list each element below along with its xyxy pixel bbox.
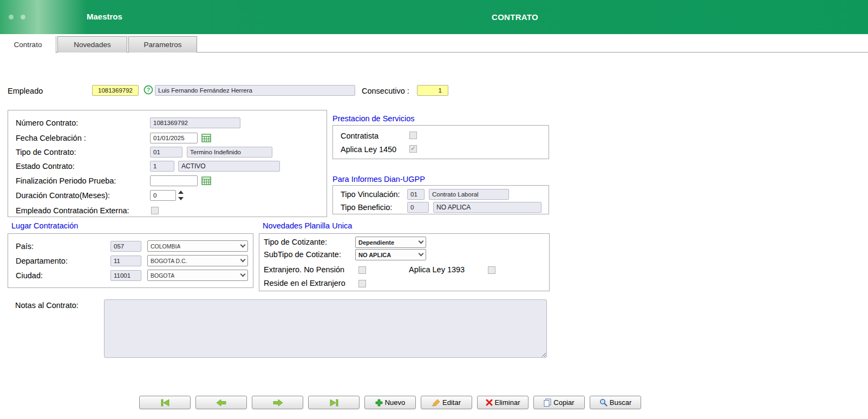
tab-novedades[interactable]: Novedades [57, 36, 127, 53]
notas-textarea[interactable] [104, 299, 547, 358]
pais-selected-value: COLOMBIA [151, 243, 180, 250]
tipo-contrato-label: Tipo de Contrato: [16, 147, 76, 158]
calendar-icon[interactable] [201, 176, 212, 186]
editar-button-label: Editar [442, 398, 461, 407]
tab-contrato[interactable]: Contrato [0, 36, 56, 53]
tab-label: Contrato [14, 41, 42, 49]
departamento-selected-value: BOGOTA D.C. [151, 258, 187, 264]
duracion-contrato-label: Duración Contrato(Meses): [16, 191, 110, 201]
last-record-button[interactable] [308, 396, 360, 409]
tipo-cotizante-label: Tipo de Cotizante: [264, 237, 327, 247]
departamento-select[interactable]: BOGOTA D.C. [147, 255, 248, 266]
estado-contrato-desc-field[interactable]: ACTIVO [178, 161, 280, 172]
chevron-down-icon [240, 243, 246, 248]
app-header: Maestros CONTRATO [0, 0, 868, 34]
spinner-down-icon[interactable] [178, 197, 184, 200]
tipo-vinculacion-code-field[interactable]: 01 [407, 189, 425, 200]
duracion-contrato-field[interactable]: 0 [150, 190, 176, 201]
departamento-label: Departamento: [16, 256, 68, 266]
nuevo-button-label: Nuevo [385, 398, 406, 407]
plus-icon [375, 399, 383, 407]
eliminar-button[interactable]: Eliminar [477, 396, 528, 409]
tipo-cotizante-selected-value: Dependiente [358, 239, 394, 246]
departamento-code-field[interactable]: 11 [110, 256, 141, 266]
subtipo-cotizante-selected-value: NO APLICA [358, 252, 391, 258]
finalizacion-prueba-field[interactable] [150, 175, 198, 186]
tab-label: Parametros [144, 41, 182, 49]
copiar-button-label: Copiar [553, 398, 574, 407]
eliminar-button-label: Eliminar [495, 398, 520, 407]
chevron-down-icon [240, 272, 246, 277]
empleado-code-field[interactable]: 1081369792 [92, 85, 139, 96]
aplica-ley-1393-checkbox[interactable] [488, 266, 495, 274]
tipo-cotizante-select[interactable]: Dependiente [355, 237, 426, 248]
subtipo-cotizante-select[interactable]: NO APLICA [355, 249, 426, 260]
ciudad-selected-value: BOGOTA [151, 272, 174, 279]
consecutivo-label: Consecutivo : [362, 86, 409, 96]
prestacion-title: Prestacion de Servicios [332, 114, 415, 123]
calendar-icon[interactable] [201, 133, 212, 143]
estado-contrato-code-field[interactable]: 1 [150, 161, 174, 172]
pais-code-field[interactable]: 057 [110, 241, 141, 252]
previous-record-button[interactable] [195, 396, 247, 409]
dian-groupbox: Tipo Vinculación: 01 Contrato Laboral Ti… [332, 185, 549, 214]
extranjero-no-pension-label: Extranjero. No Pensión [264, 265, 344, 275]
planilla-title: Novedades Planilla Unica [263, 221, 352, 230]
next-record-button[interactable] [252, 396, 303, 409]
tipo-beneficio-code-field[interactable]: 0 [407, 202, 429, 213]
help-icon[interactable]: ? [143, 85, 153, 95]
page-title: CONTRATO [492, 12, 538, 22]
header-dot-icon [21, 15, 25, 19]
delete-x-icon [486, 399, 493, 406]
ciudad-select[interactable]: BOGOTA [147, 270, 248, 281]
tipo-beneficio-desc-field[interactable]: NO APLICA [433, 202, 541, 213]
app-title: Maestros [87, 12, 122, 21]
chevron-down-icon [240, 257, 246, 263]
svg-text:?: ? [147, 87, 150, 93]
numero-contrato-field[interactable]: 1081369792 [150, 117, 240, 128]
contratista-checkbox[interactable] [409, 132, 417, 139]
contratista-label: Contratista [341, 131, 378, 141]
fecha-celebracion-label: Fecha Celebración : [16, 133, 86, 143]
next-record-icon [272, 399, 283, 407]
previous-record-icon [216, 399, 227, 407]
contratacion-externa-label: Empleado Contratación Externa: [16, 206, 129, 216]
lugar-title: Lugar Contratación [11, 221, 78, 230]
pais-select[interactable]: COLOMBIA [147, 240, 248, 252]
copiar-button[interactable]: Copiar [533, 396, 585, 409]
lugar-groupbox: País: 057 COLOMBIA Departamento: 11 BOGO… [8, 233, 253, 288]
nuevo-button[interactable]: Nuevo [364, 396, 416, 409]
fecha-celebracion-field[interactable]: 01/01/2025 [150, 133, 198, 143]
duracion-spinner [177, 189, 185, 201]
spinner-up-icon[interactable] [178, 191, 184, 194]
record-toolbar: Nuevo Editar Eliminar Copiar Buscar [139, 396, 641, 409]
extranjero-no-pension-checkbox[interactable] [358, 266, 366, 274]
last-record-icon [329, 399, 340, 407]
empleado-name-field[interactable]: Luis Fernando Fernández Herrera [155, 85, 355, 96]
consecutivo-field[interactable]: 1 [417, 85, 448, 96]
pencil-icon [432, 399, 440, 407]
dian-title: Para Informes Dian-UGPP [332, 175, 425, 184]
contract-details-groupbox: Número Contrato: 1081369792 Fecha Celebr… [8, 110, 327, 217]
tipo-contrato-desc-field[interactable]: Termino Indefinido [187, 147, 272, 158]
contratacion-externa-checkbox[interactable] [151, 207, 159, 214]
buscar-button-label: Buscar [610, 398, 631, 407]
aplica-ley-1393-label: Aplica Ley 1393 [409, 265, 465, 275]
tab-parametros[interactable]: Parametros [128, 36, 197, 53]
planilla-groupbox: Tipo de Cotizante: Dependiente SubTipo d… [259, 233, 550, 291]
aplica-ley-1450-label: Aplica Ley 1450 [341, 145, 396, 155]
tipo-vinculacion-desc-field[interactable]: Contrato Laboral [429, 189, 509, 200]
first-record-button[interactable] [139, 396, 191, 409]
buscar-button[interactable]: Buscar [590, 396, 641, 409]
subtipo-cotizante-label: SubTipo de Cotizante: [264, 250, 341, 260]
chevron-down-icon [419, 251, 424, 257]
editar-button[interactable]: Editar [421, 396, 472, 409]
aplica-ley-1450-checkbox[interactable] [409, 145, 417, 153]
ciudad-label: Ciudad: [16, 271, 43, 281]
ciudad-code-field[interactable]: 11001 [110, 270, 141, 281]
estado-contrato-label: Estado Contrato: [16, 161, 75, 172]
reside-extranjero-checkbox[interactable] [358, 280, 366, 287]
reside-extranjero-label: Reside en el Extranjero [264, 278, 345, 289]
tipo-contrato-code-field[interactable]: 01 [150, 147, 182, 158]
copy-icon [544, 398, 551, 407]
